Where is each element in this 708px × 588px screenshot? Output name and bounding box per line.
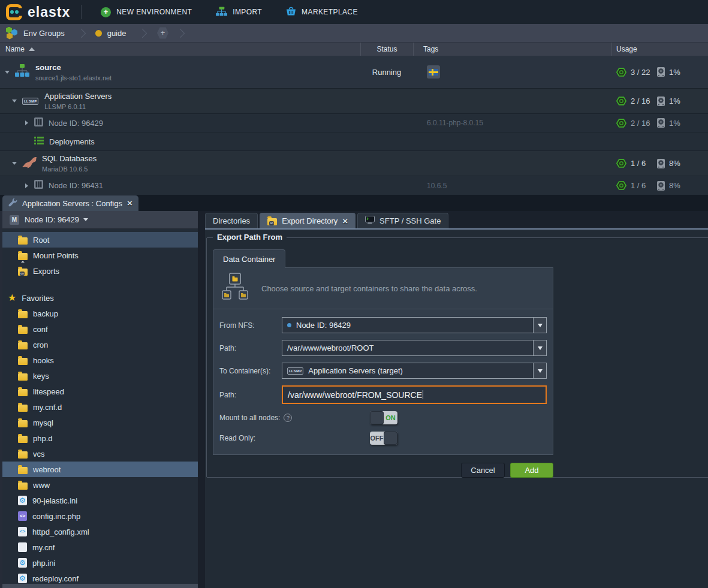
to-containers-select[interactable]: LLSMP Application Servers (target) xyxy=(282,363,547,379)
breadcrumb-separator-icon xyxy=(138,28,147,38)
tree-item-php-ini[interactable]: php.ini xyxy=(2,555,198,571)
target-path-label: Path: xyxy=(219,391,282,399)
cloudlets-usage: 3 / 22 xyxy=(631,68,657,77)
tree-item-my-cnf[interactable]: my.cnf xyxy=(2,539,198,555)
add-group-button[interactable]: + xyxy=(156,27,168,39)
deployments-row[interactable]: Deployments xyxy=(0,132,708,151)
disk-usage: 1% xyxy=(669,119,680,128)
file-tree-panel: M Node ID: 96429 Root Mount Points Expo xyxy=(0,211,198,588)
tab-directories[interactable]: Directories xyxy=(205,213,258,228)
tab-export-directory[interactable]: Export Directory × xyxy=(260,213,355,228)
collapse-chevron-icon[interactable] xyxy=(5,71,10,74)
breadcrumb-group-guide[interactable]: guide xyxy=(95,29,126,38)
collapse-chevron-icon[interactable] xyxy=(12,162,17,165)
folder-icon xyxy=(18,420,28,427)
tree-item-90-jelastic-ini[interactable]: 90-jelastic.ini xyxy=(2,493,198,508)
from-nfs-select[interactable]: Node ID: 96429 xyxy=(282,317,547,333)
env-table-body: source source1.jls-sto1.elastx.net Runni… xyxy=(0,56,708,195)
tree-item-exports[interactable]: Exports xyxy=(2,263,198,279)
breadcrumb-separator-icon xyxy=(76,28,86,38)
node-selector[interactable]: M Node ID: 96429 xyxy=(2,211,198,229)
new-environment-button[interactable]: + NEW ENVIRONMENT xyxy=(101,7,192,17)
expand-chevron-icon[interactable] xyxy=(25,120,28,125)
collapse-chevron-icon[interactable] xyxy=(12,99,17,102)
tree-item-config-inc-php[interactable]: config.inc.php xyxy=(2,508,198,524)
tree-item-litespeed[interactable]: litespeed xyxy=(2,384,198,399)
tree-item-httpd-config-xml[interactable]: httpd_config.xml xyxy=(2,524,198,539)
configs-tab[interactable]: Application Servers : Configs × xyxy=(2,195,138,211)
folder-icon xyxy=(18,389,28,396)
tree-horizontal-scrollbar[interactable] xyxy=(2,584,198,588)
column-header-usage[interactable]: Usage xyxy=(611,43,708,56)
help-icon[interactable]: ? xyxy=(284,414,292,422)
mount-folder-icon xyxy=(18,253,28,260)
cancel-button[interactable]: Cancel xyxy=(461,463,505,478)
dropdown-trigger[interactable] xyxy=(533,363,547,379)
close-tab-icon[interactable]: × xyxy=(342,218,348,225)
deployments-icon xyxy=(34,136,44,147)
tree-item-webroot[interactable]: webroot xyxy=(2,462,198,477)
node-id-label: Node ID: 96429 xyxy=(49,119,103,128)
mount-to-all-toggle[interactable]: ON xyxy=(370,411,397,424)
tree-item-hooks[interactable]: hooks xyxy=(2,352,198,368)
disk-icon xyxy=(657,159,665,168)
cloudlets-icon xyxy=(616,96,626,106)
terminal-icon xyxy=(365,216,375,226)
node-group-name: Application Servers xyxy=(44,92,112,101)
tree-item-my-cnf-d[interactable]: my.cnf.d xyxy=(2,399,198,415)
from-nfs-label: From NFS: xyxy=(219,321,282,330)
node-group-row-app-servers[interactable]: LLSMP Application Servers LLSMP 6.0.11 2… xyxy=(0,89,708,114)
panel-splitter[interactable] xyxy=(198,211,205,588)
node-row-96431[interactable]: Node ID: 96431 10.6.5 1 / 6 8% xyxy=(0,176,708,195)
env-row-source[interactable]: source source1.jls-sto1.elastx.net Runni… xyxy=(0,56,708,89)
tree-item-cron[interactable]: cron xyxy=(2,337,198,352)
folder-icon xyxy=(18,436,28,443)
expand-chevron-icon[interactable] xyxy=(25,183,28,188)
config-file-icon xyxy=(18,496,27,505)
column-header-name[interactable]: Name xyxy=(0,43,360,56)
tree-item-keys[interactable]: keys xyxy=(2,368,198,384)
import-button[interactable]: IMPORT xyxy=(216,7,262,18)
wrench-icon xyxy=(8,198,17,209)
region-flag-icon xyxy=(427,65,440,79)
llsmp-stack-icon: LLSMP xyxy=(22,98,38,105)
stack-version: LLSMP 6.0.11 xyxy=(44,103,112,110)
dropdown-trigger[interactable] xyxy=(533,340,547,356)
column-header-status[interactable]: Status xyxy=(360,43,413,56)
breadcrumb-env-groups[interactable]: Env Groups xyxy=(0,27,65,40)
column-header-tags[interactable]: Tags xyxy=(413,43,611,56)
export-form: Choose source and target containers to s… xyxy=(213,267,553,455)
tab-sftp-ssh-gate[interactable]: SFTP / SSH Gate xyxy=(357,213,448,228)
close-configs-tab-icon[interactable]: × xyxy=(127,200,132,207)
data-container-icon xyxy=(222,273,248,304)
elastx-logo[interactable]: elastx xyxy=(6,4,70,20)
source-path-select[interactable]: /var/www/webroot/ROOT xyxy=(282,340,547,356)
tree-item-root[interactable]: Root xyxy=(2,232,198,248)
dropdown-trigger[interactable] xyxy=(533,317,547,333)
breadcrumb: Env Groups guide + xyxy=(0,24,708,42)
export-path-from-fieldset: Export Path From Data Container xyxy=(206,237,708,478)
disk-usage: 8% xyxy=(669,181,680,190)
node-group-row-sql[interactable]: SQL Databases MariaDB 10.6.5 1 / 6 8% xyxy=(0,151,708,176)
cloudlets-icon xyxy=(616,118,626,128)
data-container-tab[interactable]: Data Container xyxy=(213,249,285,268)
source-path-label: Path: xyxy=(219,344,282,352)
tree-item-php-d[interactable]: php.d xyxy=(2,430,198,446)
export-panel-tabs: Directories Export Directory × SFTP / SS… xyxy=(205,211,708,230)
app-window: elastx + NEW ENVIRONMENT IMPORT xyxy=(0,0,708,588)
tree-item-mysql[interactable]: mysql xyxy=(2,415,198,430)
tree-item-conf[interactable]: conf xyxy=(2,321,198,337)
disk-icon xyxy=(657,181,665,191)
xml-file-icon xyxy=(18,527,27,536)
tree-item-favorites[interactable]: ★ Favorites xyxy=(2,290,198,306)
add-button[interactable]: Add xyxy=(510,463,553,478)
read-only-toggle[interactable]: OFF xyxy=(370,432,397,445)
node-row-96429[interactable]: Node ID: 96429 6.0.11-php-8.0.15 2 / 16 … xyxy=(0,114,708,132)
tree-item-www[interactable]: www xyxy=(2,477,198,493)
tree-item-mount-points[interactable]: Mount Points xyxy=(2,248,198,263)
php-file-icon xyxy=(18,511,27,521)
target-path-input[interactable]: /var/www/webroot/FROM_SOURCE xyxy=(282,385,547,404)
tree-item-vcs[interactable]: vcs xyxy=(2,446,198,462)
marketplace-button[interactable]: MARKETPLACE xyxy=(286,7,358,17)
tree-item-backup[interactable]: backup xyxy=(2,306,198,321)
